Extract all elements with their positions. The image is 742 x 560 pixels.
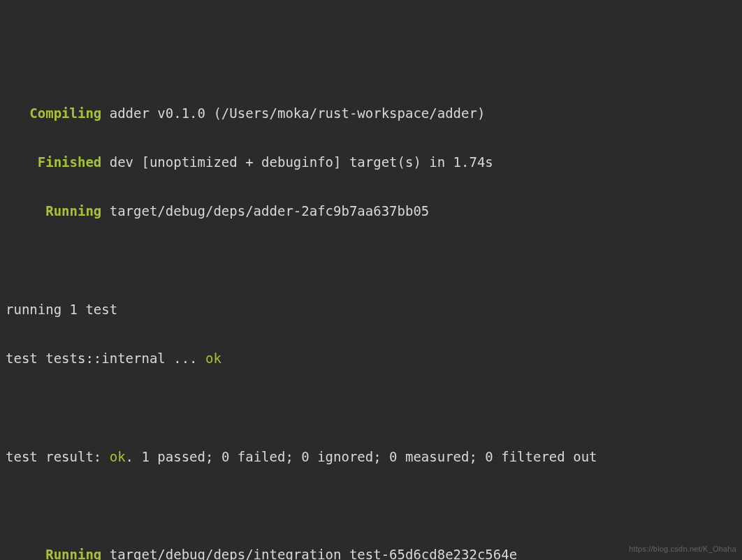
running-label: Running: [45, 203, 101, 219]
result-prefix: test result:: [6, 449, 110, 464]
terminal-line-compiling: Compiling adder v0.1.0 (/Users/moka/rust…: [6, 101, 736, 126]
result-status-ok: ok: [110, 449, 126, 464]
finished-rest: dev [unoptimized + debuginfo] target(s) …: [101, 154, 493, 170]
indent: [6, 154, 38, 170]
compiling-rest: adder v0.1.0 (/Users/moka/rust-workspace…: [101, 105, 485, 121]
blank-line: [6, 248, 736, 272]
finished-label: Finished: [38, 154, 102, 170]
blank-line: [6, 395, 736, 420]
terminal-line-running-unit: Running target/debug/deps/adder-2afc9b7a…: [6, 199, 736, 223]
blank-line: [6, 494, 736, 518]
indent: [6, 203, 45, 219]
watermark-text: https://blog.csdn.net/K_Ohaha: [629, 542, 736, 556]
indent: [6, 105, 29, 121]
terminal-line-test-internal: test tests::internal ... ok: [6, 346, 736, 371]
result-rest: . 1 passed; 0 failed; 0 ignored; 0 measu…: [126, 449, 597, 464]
terminal-line-running-integration: Running target/debug/deps/integration_te…: [6, 543, 736, 560]
terminal-line-finished: Finished dev [unoptimized + debuginfo] t…: [6, 150, 736, 175]
run-count-text: running 1 test: [6, 302, 117, 317]
terminal-line-result-unit: test result: ok. 1 passed; 0 failed; 0 i…: [6, 445, 736, 469]
test-status-ok: ok: [205, 351, 221, 366]
compiling-label: Compiling: [29, 105, 101, 121]
running-rest: target/debug/deps/integration_test-65d6c…: [101, 547, 517, 560]
indent: [6, 547, 45, 560]
running-rest: target/debug/deps/adder-2afc9b7aa637bb05: [101, 203, 429, 219]
running-label: Running: [45, 547, 101, 560]
terminal-line-run-count: running 1 test: [6, 297, 736, 322]
test-prefix: test tests::internal ...: [6, 351, 205, 366]
